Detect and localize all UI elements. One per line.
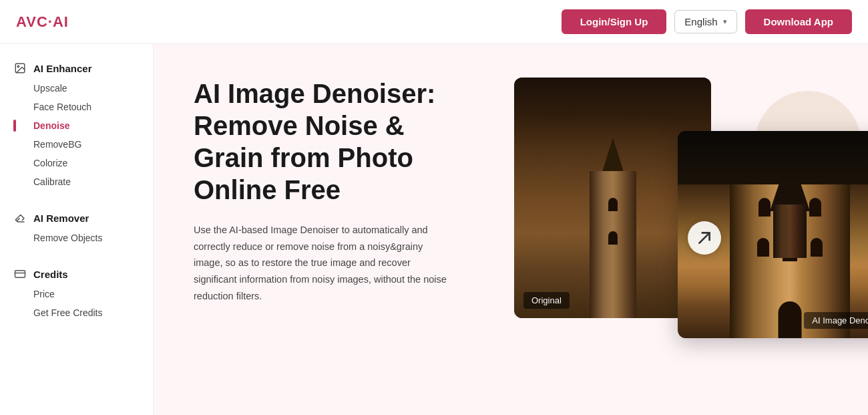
- image-comparison: Original: [514, 78, 868, 338]
- sidebar-section-title-ai-remover[interactable]: AI Remover: [0, 207, 153, 229]
- sidebar-item-colorize[interactable]: Colorize: [0, 154, 153, 172]
- window: [757, 238, 769, 257]
- comparison-arrow-icon: [688, 221, 721, 255]
- header: AVC·AI Login/Sign Up English ▾ Download …: [0, 0, 868, 44]
- sidebar-section-ai-enhancer: AI Enhancer Upscale Face Retouch Denoise…: [0, 57, 153, 191]
- sidebar-item-price[interactable]: Price: [0, 285, 153, 303]
- content-text: AI Image Denoiser: Remove Noise & Grain …: [194, 78, 474, 304]
- svg-line-4: [699, 233, 709, 243]
- main-layout: AI Enhancer Upscale Face Retouch Denoise…: [0, 44, 868, 415]
- content-description: Use the AI-based Image Denoiser to autom…: [194, 222, 447, 304]
- sidebar-item-get-free-credits[interactable]: Get Free Credits: [0, 303, 153, 322]
- image-wrap: Original: [514, 78, 868, 338]
- church-door: [778, 301, 801, 338]
- sidebar-section-title-credits[interactable]: Credits: [0, 263, 153, 285]
- sidebar-section-ai-remover: AI Remover Remove Objects: [0, 207, 153, 247]
- title-line-2: Remove Noise &: [194, 111, 405, 140]
- sidebar: AI Enhancer Upscale Face Retouch Denoise…: [0, 44, 154, 415]
- header-actions: Login/Sign Up English ▾ Download App: [562, 9, 852, 34]
- sidebar-item-calibrate[interactable]: Calibrate: [0, 172, 153, 191]
- title-line-3: Grain from Photo: [194, 143, 413, 172]
- spire-base: [773, 204, 807, 258]
- logo: AVC·AI: [16, 13, 69, 31]
- svg-rect-2: [15, 271, 25, 278]
- church-tower: [560, 131, 666, 318]
- title-line-1: AI Image Denoiser:: [194, 79, 435, 108]
- credits-items: Price Get Free Credits: [0, 285, 153, 322]
- svg-point-1: [17, 65, 19, 67]
- eraser-icon: [13, 211, 27, 225]
- download-app-button[interactable]: Download App: [745, 9, 852, 34]
- ai-enhancer-label: AI Enhancer: [33, 63, 92, 74]
- sidebar-item-removebg[interactable]: RemoveBG: [0, 135, 153, 154]
- language-label: English: [684, 16, 717, 27]
- sidebar-item-face-retouch[interactable]: Face Retouch: [0, 98, 153, 116]
- sidebar-item-denoise[interactable]: Denoise: [0, 116, 153, 135]
- tower-window-1: [608, 198, 618, 211]
- credits-icon: [13, 267, 27, 281]
- sky-area: [678, 131, 868, 184]
- enhanced-label: AI Image Denoiser: [804, 312, 868, 329]
- sidebar-section-credits: Credits Price Get Free Credits: [0, 263, 153, 322]
- window: [758, 198, 771, 217]
- window: [811, 238, 823, 257]
- sidebar-item-remove-objects[interactable]: Remove Objects: [0, 229, 153, 247]
- original-label: Original: [523, 292, 570, 309]
- sidebar-section-title-ai-enhancer[interactable]: AI Enhancer: [0, 57, 153, 79]
- chevron-down-icon: ▾: [723, 17, 727, 26]
- logo-text: AVC·AI: [16, 13, 69, 30]
- tower-window-2: [608, 231, 618, 245]
- image-icon: [13, 61, 27, 75]
- language-selector[interactable]: English ▾: [674, 10, 736, 33]
- window: [809, 198, 821, 217]
- tower-body: [590, 171, 636, 318]
- credits-label: Credits: [33, 269, 68, 280]
- sidebar-item-upscale[interactable]: Upscale: [0, 79, 153, 98]
- arrow-wrap: [684, 218, 724, 258]
- ai-enhancer-items: Upscale Face Retouch Denoise RemoveBG Co…: [0, 79, 153, 191]
- login-signup-button[interactable]: Login/Sign Up: [562, 9, 667, 34]
- main-content: AI Image Denoiser: Remove Noise & Grain …: [154, 44, 868, 415]
- ai-remover-label: AI Remover: [33, 213, 89, 224]
- title-line-4: Online Free: [194, 175, 341, 204]
- page-title: AI Image Denoiser: Remove Noise & Grain …: [194, 78, 474, 206]
- ai-remover-items: Remove Objects: [0, 229, 153, 247]
